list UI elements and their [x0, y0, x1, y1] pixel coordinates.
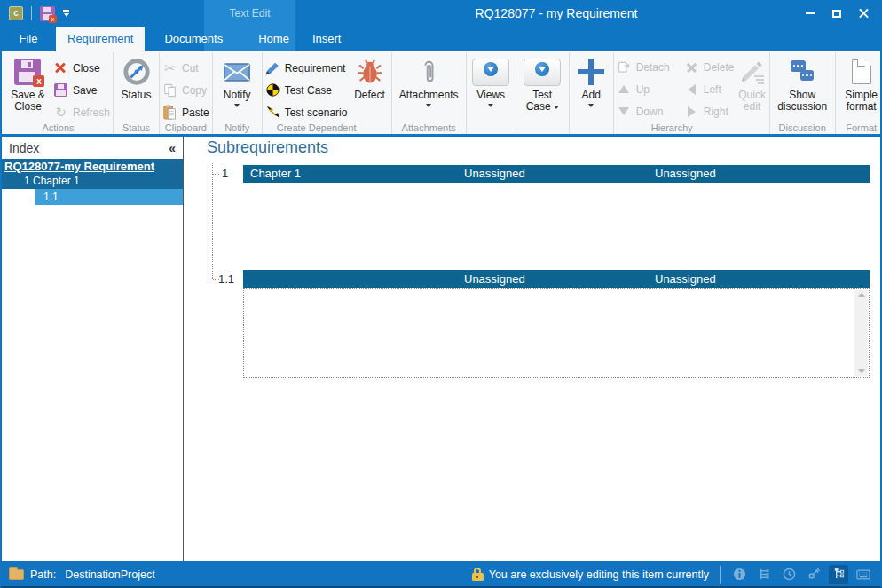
quick-edit-pencil-icon	[739, 56, 766, 88]
subrequirements-panel: Subrequirements 1 Chapter 1 Unassigned U…	[184, 137, 880, 561]
delete-button[interactable]: Delete	[684, 56, 735, 78]
info-icon[interactable]	[729, 565, 749, 584]
window-controls	[797, 0, 877, 27]
collapse-sidebar-icon[interactable]: «	[169, 141, 176, 155]
discussion-bubbles-icon	[789, 56, 815, 88]
move-down-button[interactable]: Down	[617, 100, 670, 122]
ribbon-group-hierarchy: Detach Delete Up Left	[614, 52, 770, 134]
tree-item-chapter[interactable]: 1 Chapter 1	[2, 174, 183, 189]
scroll-down-icon[interactable]	[858, 369, 865, 373]
plus-icon	[578, 59, 604, 85]
connector-icon[interactable]	[804, 565, 823, 584]
folder-icon	[9, 569, 24, 580]
move-right-button[interactable]: Right	[684, 100, 735, 122]
down-arrow-icon	[617, 104, 632, 119]
tab-documents[interactable]: Documents	[153, 27, 234, 51]
move-up-button[interactable]: Up	[617, 78, 670, 100]
keyboard-icon[interactable]	[854, 565, 873, 584]
tree-connector-stub	[213, 174, 219, 175]
qat-separator	[31, 6, 32, 20]
ribbon-group-views: Views	[467, 52, 516, 134]
document-page-icon	[852, 59, 871, 84]
envelope-icon	[224, 56, 250, 88]
save-button[interactable]: Save	[53, 79, 110, 101]
status-button[interactable]: Status	[116, 54, 156, 101]
ribbon: x Save & Close Close Save ↻ Refr	[2, 51, 880, 137]
assignee-field: Unassigned	[464, 165, 525, 183]
create-test-scenario-button[interactable]: Test scenario	[265, 101, 348, 123]
tab-file[interactable]: File	[9, 27, 48, 51]
copy-button[interactable]: Copy	[162, 79, 209, 101]
panel-heading: Subrequirements	[207, 138, 328, 157]
cut-button[interactable]: ✂ Cut	[162, 57, 209, 79]
detach-button[interactable]: Detach	[617, 56, 670, 78]
app-window: c x Text Edit RQ128077 - my Requirement …	[0, 0, 882, 588]
org-tree-icon[interactable]	[754, 565, 774, 584]
maximize-icon	[832, 10, 841, 18]
bug-icon	[357, 56, 383, 88]
test-case-button[interactable]: Test Case	[519, 54, 566, 113]
refresh-button[interactable]: ↻ Refresh	[53, 101, 110, 123]
paste-button[interactable]: Paste	[162, 101, 209, 123]
statusbar-icons	[729, 565, 873, 584]
delete-x-icon	[684, 59, 699, 74]
close-window-button[interactable]	[850, 0, 877, 27]
test-case-dropdown-icon	[554, 106, 559, 109]
subrequirement-header-bar[interactable]: Chapter 1 Unassigned Unassigned	[243, 165, 870, 183]
assignee-field: Unassigned	[464, 270, 525, 288]
qat-customize-icon[interactable]	[63, 10, 69, 17]
save-icon	[53, 82, 68, 98]
structure-icon[interactable]	[829, 565, 848, 584]
simple-format-button[interactable]: Simple format	[839, 54, 882, 113]
create-requirement-button[interactable]: Requirement	[265, 57, 348, 79]
history-icon[interactable]	[779, 565, 799, 584]
tree-item-selected[interactable]: 1.1	[35, 189, 183, 205]
editor-scrollbar[interactable]	[854, 290, 868, 376]
assignee-field: Unassigned	[655, 270, 716, 288]
index-sidebar: Index « RQ128077-my Requirement 1 Chapte…	[2, 137, 184, 561]
save-close-qat-button[interactable]: x	[40, 6, 55, 21]
move-left-button[interactable]: Left	[684, 78, 735, 100]
close-x-icon	[53, 60, 68, 75]
subrequirement-header-bar[interactable]: Unassigned Unassigned	[243, 270, 870, 288]
statusbar-divider	[720, 566, 721, 584]
path-value: DestinationProject	[65, 568, 154, 581]
create-test-case-button[interactable]: Test Case	[265, 79, 348, 101]
quick-edit-button[interactable]: Quick edit	[737, 54, 766, 113]
tab-home[interactable]: Home	[247, 27, 301, 51]
tree-item-root[interactable]: RQ128077-my Requirement	[2, 159, 183, 174]
attachments-dropdown-icon	[426, 104, 431, 107]
row-title: Chapter 1	[250, 165, 301, 183]
maximize-button[interactable]	[823, 0, 850, 27]
create-defect-button[interactable]: Defect	[350, 54, 388, 101]
up-arrow-icon	[617, 82, 632, 97]
status-compass-icon	[122, 56, 152, 88]
right-arrow-icon	[684, 104, 699, 119]
close-button[interactable]: Close	[53, 57, 110, 79]
show-discussion-button[interactable]: Show discussion	[773, 54, 832, 113]
minimize-button[interactable]	[797, 0, 823, 27]
ribbon-group-attachments: Attachments Attachments	[392, 52, 467, 134]
save-and-close-button[interactable]: x Save & Close	[6, 54, 50, 113]
notify-dropdown-icon	[234, 104, 240, 107]
minimize-icon	[806, 12, 815, 14]
quick-access-toolbar: c x	[9, 0, 69, 27]
views-button[interactable]: Views	[469, 54, 513, 107]
tab-insert[interactable]: Insert	[301, 27, 353, 51]
ribbon-group-add: Add	[570, 52, 614, 134]
row-number: 1	[222, 165, 228, 183]
notify-button[interactable]: Notify	[216, 54, 259, 107]
ribbon-tabs: File Requirement Documents Home Insert	[2, 27, 352, 51]
views-dropdown-icon	[488, 104, 493, 107]
attachments-button[interactable]: Attachments	[395, 54, 463, 107]
paperclip-icon	[421, 56, 437, 88]
scroll-up-icon[interactable]	[858, 293, 865, 297]
add-button[interactable]: Add	[572, 54, 610, 107]
statusbar: Path: DestinationProject You are exclusi…	[2, 561, 880, 588]
add-dropdown-icon	[588, 104, 594, 107]
titlebar: c x Text Edit RQ128077 - my Requirement …	[2, 0, 880, 51]
app-icon[interactable]: c	[9, 6, 23, 20]
tab-requirement[interactable]: Requirement	[56, 27, 145, 51]
row-number: 1.1	[218, 270, 234, 288]
requirement-text-editor[interactable]	[243, 288, 870, 378]
